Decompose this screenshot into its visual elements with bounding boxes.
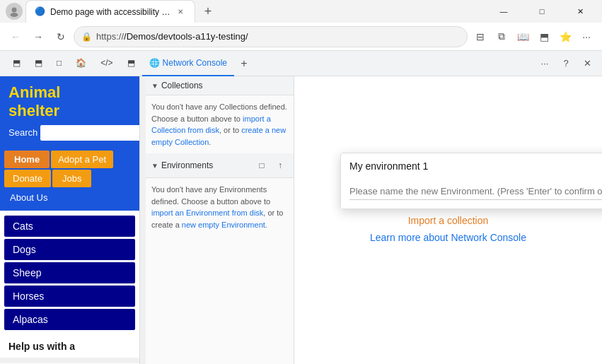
devtools-panel: ▼ Collections You don't have any Collect… — [146, 76, 602, 364]
back-button[interactable]: ← — [6, 27, 25, 47]
animal-item-alpacas[interactable]: Alpacas — [4, 309, 135, 330]
tab-search-icon[interactable]: ⧉ — [492, 27, 511, 47]
globe-icon: 🌐 — [149, 58, 160, 68]
environments-section-header: ▼ Environments □ ↑ — [146, 153, 294, 178]
animal-item-horses[interactable]: Horses — [4, 286, 135, 307]
title-bar-left — [6, 3, 23, 20]
nav-about-link[interactable]: About Us — [4, 189, 53, 206]
title-line1: Animal — [8, 83, 60, 101]
animal-item-sheep[interactable]: Sheep — [4, 262, 135, 283]
home-icon: 🏠 — [76, 58, 86, 68]
learn-more-link[interactable]: Learn more about Network Console — [370, 232, 526, 243]
animal-item-dogs[interactable]: Dogs — [4, 239, 135, 260]
new-environment-button[interactable]: □ — [254, 158, 270, 173]
network-console-label: Network Console — [163, 58, 227, 68]
nav-home-button[interactable]: Home — [4, 151, 50, 168]
network-console-main: ▼ Collections You don't have any Collect… — [146, 76, 602, 364]
plus-icon: + — [241, 57, 247, 70]
animal-list: Cats Dogs Sheep Horses Alpacas — [0, 211, 139, 335]
upload-environment-button[interactable]: ↑ — [272, 158, 288, 173]
svg-point-1 — [11, 13, 18, 17]
collections-toggle[interactable]: ▼ — [151, 82, 158, 90]
website-title: Animal shelter — [8, 83, 131, 121]
address-path: /Demos/devtools-a11y-testing/ — [124, 31, 248, 42]
environments-title: Environments — [161, 160, 251, 170]
tab3-icon: □ — [57, 58, 62, 68]
favorites-icon[interactable]: ⭐ — [555, 27, 575, 47]
elements-icon: ⬒ — [13, 58, 21, 68]
popup-title-text: My environment 1 — [349, 160, 428, 172]
title-bar: 🔵 Demo page with accessibility iss ✕ + —… — [0, 0, 602, 23]
environment-name-popup: My environment 1 — [340, 153, 602, 209]
devtools-more-button[interactable]: ··· — [536, 54, 554, 73]
collections-icon[interactable]: ⊟ — [470, 27, 490, 47]
help-text: Help us with a — [0, 335, 139, 358]
new-tab-button[interactable]: + — [198, 1, 218, 21]
devtools-tab-bar: ⬒ ⬒ □ 🏠 </> ⬒ 🌐 Network Console + ··· ? … — [0, 51, 602, 76]
import-collection-link-main[interactable]: Import a collection — [408, 215, 489, 226]
devtools-tab-2[interactable]: ⬒ — [28, 51, 50, 76]
devtools-tab-home[interactable]: 🏠 — [69, 51, 93, 76]
devtools-new-tab-button[interactable]: + — [234, 57, 254, 70]
collections-section-content: You don't have any Collections defined. … — [146, 95, 294, 153]
devtools-tab-network-console[interactable]: 🌐 Network Console — [142, 51, 234, 76]
website-vertical-scrollbar[interactable] — [140, 76, 146, 364]
tab-close-button[interactable]: ✕ — [175, 6, 186, 18]
right-panel: Create a request Import a collection Lea… — [294, 76, 602, 364]
devtools-close-button[interactable]: ✕ — [578, 54, 596, 73]
devtools-tab-3[interactable]: □ — [50, 51, 69, 76]
website-panel: Animal shelter Search Home Adopt a Pet D… — [0, 76, 140, 364]
horizontal-scrollbar[interactable] — [0, 358, 139, 363]
collections-section-header: ▼ Collections — [146, 76, 294, 95]
devtools-right-controls: ··· ? ✕ — [536, 54, 596, 73]
address-bar[interactable]: 🔒 https:///Demos/devtools-a11y-testing/ — [74, 26, 468, 47]
devtools-tab-elements[interactable]: ⬒ — [6, 51, 28, 76]
lock-icon: 🔒 — [81, 32, 92, 42]
import-environment-link[interactable]: import an Environment from disk — [151, 209, 263, 217]
create-environment-link[interactable]: new empty Environment — [182, 221, 265, 229]
minimize-button[interactable]: — — [487, 0, 520, 23]
address-scheme: https:// — [96, 31, 124, 42]
devtools-help-button[interactable]: ? — [557, 54, 575, 73]
tab-favicon: 🔵 — [35, 6, 46, 18]
nav-adopt-button[interactable]: Adopt a Pet — [51, 151, 113, 168]
restore-button[interactable]: □ — [526, 0, 558, 23]
main-container: Animal shelter Search Home Adopt a Pet D… — [0, 76, 602, 364]
search-label: Search — [8, 127, 37, 138]
nav-donate-button[interactable]: Donate — [4, 170, 51, 187]
popup-title: My environment 1 — [341, 153, 602, 177]
refresh-button[interactable]: ↻ — [51, 27, 71, 47]
website-search: Search — [8, 125, 131, 141]
environments-toggle[interactable]: ▼ — [151, 162, 158, 170]
website-header: Animal shelter Search — [0, 76, 139, 146]
browser-toolbar: ← → ↻ 🔒 https:///Demos/devtools-a11y-tes… — [0, 23, 602, 51]
split-view-icon[interactable]: ⬒ — [534, 27, 554, 47]
nav-menu: Home Adopt a Pet Donate Jobs About Us — [0, 146, 139, 211]
tab-title: Demo page with accessibility iss — [50, 7, 170, 17]
devtools-tab-source[interactable]: </> — [93, 51, 120, 76]
reading-icon[interactable]: 📖 — [513, 27, 533, 47]
title-line2: shelter — [8, 102, 59, 119]
nav-jobs-button[interactable]: Jobs — [52, 170, 91, 187]
environment-name-input[interactable] — [349, 183, 602, 200]
collections-title: Collections — [161, 81, 288, 90]
popup-input-area — [341, 177, 602, 209]
tab2-icon: ⬒ — [35, 58, 42, 68]
devtools-tab-network[interactable]: ⬒ — [120, 51, 142, 76]
forward-button[interactable]: → — [28, 27, 48, 47]
more-tools-button[interactable]: ··· — [577, 27, 596, 47]
source-icon: </> — [100, 58, 112, 68]
address-text: https:///Demos/devtools-a11y-testing/ — [96, 31, 460, 42]
network-icon: ⬒ — [127, 58, 135, 68]
svg-point-0 — [12, 8, 17, 13]
title-bar-right: — □ ✕ — [487, 0, 596, 23]
animal-item-cats[interactable]: Cats — [4, 216, 135, 237]
profile-icon[interactable] — [6, 3, 23, 20]
environments-section-content: You don't have any Environments defined.… — [146, 178, 294, 236]
search-input[interactable] — [40, 125, 140, 141]
active-tab[interactable]: 🔵 Demo page with accessibility iss ✕ — [25, 0, 195, 23]
collections-panel: ▼ Collections You don't have any Collect… — [146, 76, 294, 364]
close-button[interactable]: ✕ — [564, 0, 596, 23]
toolbar-icons: ⊟ ⧉ 📖 ⬒ ⭐ ··· — [470, 27, 596, 47]
